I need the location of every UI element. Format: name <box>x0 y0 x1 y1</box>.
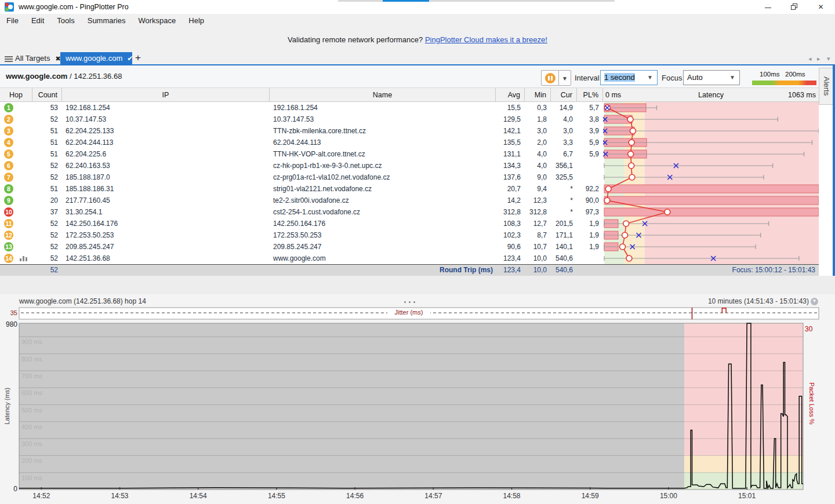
hop-row-10[interactable]: 103731.30.254.1cst2-254-1.cust.vodafone.… <box>0 206 603 218</box>
column-header-count[interactable]: Count <box>32 88 62 102</box>
cell-cur: 540,6 <box>551 253 577 264</box>
avg-marker <box>629 140 634 145</box>
banner-link[interactable]: PingPlotter Cloud makes it a breeze! <box>425 35 547 44</box>
cell-min: 12,3 <box>525 195 551 206</box>
interval-label: Interval <box>575 74 600 82</box>
hop-badge: 8 <box>4 184 13 193</box>
hop-row-6[interactable]: 65262.240.163.53cz-hk-pop1-rb1-xe-9-3-0.… <box>0 160 603 171</box>
close-button[interactable]: ✕ <box>808 0 834 14</box>
splitter-grip-icon[interactable] <box>404 295 418 305</box>
timeline-range-selector[interactable]: 10 minutes (14:51:43 - 15:01:43) <box>708 297 809 305</box>
scale-200ms-label: 200ms <box>785 71 805 78</box>
hop-row-2[interactable]: 25210.37.147.5310.37.147.53129,51,84,03,… <box>0 114 603 125</box>
pingplotter-window: www.google.com - PingPlotter Pro ✕ FileE… <box>0 0 835 504</box>
cell-ip: 62.204.225.6 <box>62 148 270 160</box>
hop-badge: 3 <box>4 126 13 136</box>
background-window-strip-blue <box>383 0 429 2</box>
cell-ip: 31.30.254.1 <box>62 206 270 218</box>
round-trip-label: Round Trip (ms) <box>380 265 493 276</box>
column-header-latency[interactable]: 0 msLatency1063 ms <box>603 88 819 102</box>
hop-row-13[interactable]: 1352209.85.245.247209.85.245.24790,610,7… <box>0 241 603 253</box>
cell-name: 62.204.244.113 <box>270 137 496 148</box>
alerts-side-tab[interactable]: Alerts <box>819 68 833 105</box>
avg-marker <box>630 128 636 134</box>
new-tab-button[interactable]: + <box>135 52 141 64</box>
focus-range-label: Focus: 15:00:12 - 15:01:43 <box>684 265 815 276</box>
pane-splitter[interactable] <box>0 276 835 294</box>
latency-axis-title: Latency <box>603 88 819 102</box>
timeline-title: www.google.com (142.251.36.68) hop 14 <box>19 297 146 305</box>
column-header-min[interactable]: Min <box>525 88 551 102</box>
column-header-pl%[interactable]: PL% <box>577 88 603 102</box>
round-trip-count: 52 <box>32 265 58 276</box>
avg-marker <box>665 209 670 215</box>
hop-row-4[interactable]: 45162.204.244.11362.204.244.113135,52,03… <box>0 137 603 148</box>
hop-row-1[interactable]: 153192.168.1.254192.168.1.25415,50,314,9… <box>0 102 603 114</box>
cell-cur: 325,5 <box>551 171 577 183</box>
tab-all-targets[interactable]: All Targets✖ <box>15 53 61 64</box>
interval-select[interactable]: 1 second▼ <box>600 70 658 85</box>
cell-pl: 5,9 <box>577 137 603 148</box>
zone-green <box>604 102 625 264</box>
x-tick-label: 14:58 <box>503 492 520 500</box>
avg-marker <box>627 116 633 122</box>
cell-avg: 90,6 <box>496 241 525 253</box>
hop-badge: 7 <box>4 173 13 182</box>
hop-row-3[interactable]: 35162.204.225.133TTN-zbk-milenka.core.tt… <box>0 125 603 137</box>
grid-label-500: 500 ms <box>21 407 43 414</box>
menu-help[interactable]: Help <box>182 14 210 28</box>
cell-cur: 171,1 <box>551 229 577 241</box>
pause-button[interactable] <box>541 70 559 86</box>
cell-ip: 172.253.50.253 <box>62 229 270 241</box>
restore-button[interactable] <box>781 0 807 14</box>
cell-count: 53 <box>32 102 62 114</box>
hop-row-5[interactable]: 55162.204.225.6TTN-HK-VOP-alt.core.ttnet… <box>0 148 603 160</box>
menu-summaries[interactable]: Summaries <box>81 14 132 28</box>
hop-row-7[interactable]: 752185.188.187.0cz-prg01a-rc1-vla102.net… <box>0 171 603 183</box>
focus-select[interactable]: Auto▼ <box>683 70 740 85</box>
cell-min: 8,7 <box>525 229 551 241</box>
menu-file[interactable]: File <box>0 14 25 28</box>
latency-axis-min: 0 <box>13 485 17 493</box>
tab-scroll-right-icon[interactable]: ▸ <box>817 55 821 63</box>
avg-marker <box>623 221 629 227</box>
hop-row-8[interactable]: 851185.188.186.31strig01-vla2121.net.vod… <box>0 183 603 195</box>
tab-www-google-com[interactable]: www.google.com✔ <box>60 52 132 64</box>
column-header-avg[interactable]: Avg <box>496 88 525 102</box>
cell-name: cst2-254-1.cust.vodafone.cz <box>270 206 496 218</box>
column-header-cur[interactable]: Cur <box>551 88 577 102</box>
chevron-down-icon: ▼ <box>729 71 735 85</box>
tab-scroll-left-icon[interactable]: ◂ <box>808 55 812 63</box>
packet-loss-axis-label: Packet Loss % <box>808 382 815 425</box>
cell-avg: 137,6 <box>496 171 525 183</box>
background-window-strip <box>338 0 615 2</box>
hop-row-12[interactable]: 1252172.253.50.253172.253.50.253102,38,7… <box>0 229 603 241</box>
cell-pl: 92,2 <box>577 183 603 195</box>
promo-banner: Validating remote network performance? P… <box>0 32 835 48</box>
cell-ip: 209.85.245.247 <box>62 241 270 253</box>
hamburger-icon[interactable] <box>5 56 13 63</box>
latency-axis-max: 980 <box>6 320 17 328</box>
minimize-button[interactable] <box>755 0 781 14</box>
hop-row-9[interactable]: 920217.77.160.45te2-2.sitr00i.vodafone.c… <box>0 195 603 206</box>
menu-workspace[interactable]: Workspace <box>132 14 182 28</box>
menu-tools[interactable]: Tools <box>50 14 81 28</box>
pause-dropdown-button[interactable]: ▼ <box>558 70 571 86</box>
cell-count: 52 <box>32 160 62 171</box>
cell-cur: 140,1 <box>551 241 577 253</box>
tab-list-icon[interactable]: ▾ <box>827 55 830 63</box>
hop-row-11[interactable]: 1152142.250.164.176142.250.164.176108,31… <box>0 218 603 229</box>
latency-axis-label: Latency (ms) <box>3 388 10 425</box>
cell-cur: 356,1 <box>551 160 577 171</box>
avg-marker <box>626 255 632 261</box>
column-header-name[interactable]: Name <box>270 88 496 102</box>
hop-row-14[interactable]: 1452142.251.36.68www.google.com123,410,0… <box>0 253 603 264</box>
column-header-ip[interactable]: IP <box>62 88 270 102</box>
cell-min: 9,4 <box>525 183 551 195</box>
focus-zone-green <box>684 473 803 490</box>
chevron-down-circle-icon[interactable]: ▼ <box>811 298 818 305</box>
cell-count: 52 <box>32 253 62 264</box>
column-header-hop[interactable]: Hop <box>0 88 32 102</box>
avg-marker <box>604 198 610 203</box>
menu-edit[interactable]: Edit <box>25 14 50 28</box>
